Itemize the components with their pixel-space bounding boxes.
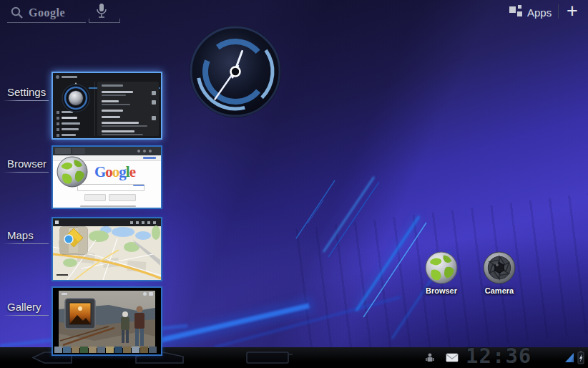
add-widget-button plus-icon[interactable]: + [567,3,584,20]
recent-thumb-settings[interactable] [52,72,162,140]
usb-debug-icon [426,353,434,363]
top-bar: Google Apps + [0,0,588,26]
gallery-label-underline [3,315,49,316]
topbar-divider [558,4,559,19]
camera-app-icon [482,251,516,285]
recent-thumb-gallery[interactable] [52,286,162,356]
recent-thumb-browser[interactable]: Google [52,145,162,209]
recent-label-settings[interactable]: Settings [7,86,46,98]
search-widget-label: Google [29,6,65,19]
maps-screenshot [53,218,161,280]
search-icon [10,6,24,20]
recent-label-browser[interactable]: Browser [7,158,46,170]
settings-app-icon [60,79,92,114]
status-clock: 12:36 [466,344,531,368]
camera-shortcut-label: Camera [476,286,522,295]
maps-label-underline [3,243,49,244]
recent-thumb-maps[interactable] [52,217,162,281]
android-home-screen: Google Apps + [0,0,588,368]
gallery-app-icon [64,298,96,329]
browser-shortcut-label: Browser [418,286,464,295]
email-envelope-icon [446,353,459,362]
signal-triangle-icon [564,352,574,363]
status-cluster[interactable]: 12:36 [418,347,588,368]
recent-apps-button recent-apps-icon[interactable] [245,351,295,364]
apps-button-label: Apps [527,6,552,19]
microphone-icon[interactable] [95,2,108,21]
search-underline [7,22,86,23]
browser-label-underline [3,172,49,173]
apps-button[interactable]: Apps [509,3,552,21]
browser-app-icon globe-icon [56,155,89,188]
settings-label-underline [3,100,49,101]
gallery-screenshot [53,288,161,354]
desktop-shortcut-camera[interactable]: Camera [476,251,522,298]
settings-screenshot [53,73,161,138]
desktop-shortcut-browser[interactable]: Browser [418,251,464,298]
browser-screenshot: Google [53,147,161,208]
browser-shortcut-globe-icon [424,251,459,285]
recent-label-gallery[interactable]: Gallery [7,301,41,313]
analog-clock-widget[interactable] [187,23,284,120]
maps-app-icon [59,226,89,256]
battery-charging-icon [577,350,584,364]
recent-label-maps[interactable]: Maps [7,229,34,241]
google-logo: Google [94,163,135,181]
grid-of-squares-icon [509,5,522,18]
google-search-widget[interactable]: Google [6,1,127,24]
